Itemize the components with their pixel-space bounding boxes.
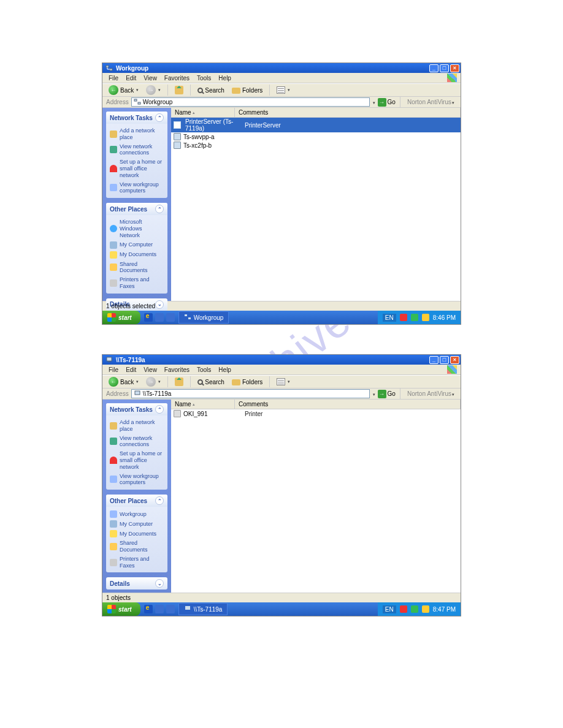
- link-workgroup-computers[interactable]: View workgroup computers: [110, 180, 164, 196]
- language-indicator[interactable]: EN: [383, 605, 396, 613]
- collapse-icon[interactable]: ⌃: [155, 205, 164, 213]
- link-workgroup[interactable]: Workgroup: [110, 509, 164, 519]
- menu-tools[interactable]: Tools: [193, 366, 215, 373]
- link-workgroup-computers[interactable]: View workgroup computers: [110, 472, 164, 488]
- tray-icon[interactable]: [422, 605, 429, 613]
- language-indicator[interactable]: EN: [383, 314, 396, 322]
- tray-icon[interactable]: [411, 314, 418, 321]
- link-add-network-place[interactable]: Add a network place: [110, 126, 164, 142]
- go-button[interactable]: →Go: [378, 98, 396, 107]
- titlebar[interactable]: Workgroup _ □ ×: [102, 63, 461, 73]
- views-button[interactable]: [274, 377, 293, 386]
- column-name[interactable]: Name: [171, 108, 235, 117]
- quick-launch-icon[interactable]: [155, 313, 164, 322]
- system-tray: EN 8:46 PM: [378, 311, 461, 324]
- link-view-connections[interactable]: View network connections: [110, 142, 164, 158]
- menu-help[interactable]: Help: [215, 75, 235, 82]
- collapse-icon[interactable]: ⌃: [155, 113, 164, 122]
- link-printers-faxes[interactable]: Printers and Faxes: [110, 555, 164, 571]
- link-setup-network[interactable]: Set up a home or small office network: [110, 157, 164, 180]
- search-button[interactable]: Search: [195, 378, 227, 386]
- link-my-documents[interactable]: My Documents: [110, 250, 164, 260]
- clock[interactable]: 8:47 PM: [433, 606, 456, 613]
- list-item[interactable]: PrinterServer (Ts-7119a) PrinterServer: [171, 118, 461, 132]
- maximize-button[interactable]: □: [440, 356, 449, 364]
- taskbar-item[interactable]: Workgroup: [178, 311, 229, 324]
- panel-header[interactable]: Details⌄: [106, 577, 167, 590]
- tray-icon[interactable]: [411, 605, 418, 613]
- start-button[interactable]: start: [102, 311, 140, 324]
- link-my-documents[interactable]: My Documents: [110, 529, 164, 539]
- menu-view[interactable]: View: [140, 366, 161, 373]
- folders-button[interactable]: Folders: [229, 377, 265, 386]
- link-printers-faxes[interactable]: Printers and Faxes: [110, 275, 164, 291]
- column-comments[interactable]: Comments: [235, 400, 461, 409]
- expand-icon[interactable]: ⌄: [155, 300, 164, 309]
- menu-view[interactable]: View: [140, 75, 161, 82]
- forward-button[interactable]: →: [144, 376, 163, 387]
- column-comments[interactable]: Comments: [235, 108, 461, 117]
- minimize-button[interactable]: _: [429, 356, 439, 364]
- start-button[interactable]: start: [102, 602, 140, 616]
- menu-edit[interactable]: Edit: [122, 75, 140, 82]
- quick-launch-icon[interactable]: [155, 605, 164, 613]
- minimize-button[interactable]: _: [429, 64, 439, 72]
- taskbar-item[interactable]: \\Ts-7119a: [178, 603, 228, 615]
- views-button[interactable]: [274, 86, 293, 94]
- menu-favorites[interactable]: Favorites: [161, 75, 193, 82]
- search-button[interactable]: Search: [195, 86, 227, 94]
- folders-button[interactable]: Folders: [229, 86, 265, 94]
- up-button[interactable]: [172, 377, 186, 387]
- list-item[interactable]: OKI_991 Printer: [171, 409, 461, 418]
- collapse-icon[interactable]: ⌃: [155, 496, 164, 505]
- quick-launch-icon[interactable]: [166, 605, 175, 613]
- link-my-computer[interactable]: My Computer: [110, 240, 164, 250]
- address-field[interactable]: \\Ts-7119a: [131, 389, 370, 398]
- ie-icon[interactable]: [144, 605, 153, 613]
- maximize-button[interactable]: □: [440, 64, 449, 72]
- close-button[interactable]: ×: [450, 356, 459, 364]
- windows-logo-icon: [107, 313, 116, 322]
- link-setup-network[interactable]: Set up a home or small office network: [110, 449, 164, 471]
- computer-icon: [174, 142, 181, 149]
- back-button[interactable]: ←Back: [106, 376, 141, 387]
- address-field[interactable]: Workgroup: [131, 97, 370, 107]
- panel-header[interactable]: Network Tasks⌃: [106, 403, 167, 415]
- link-shared-documents[interactable]: Shared Documents: [110, 539, 164, 555]
- menu-help[interactable]: Help: [215, 366, 235, 373]
- link-my-computer[interactable]: My Computer: [110, 519, 164, 529]
- norton-antivirus[interactable]: Norton AntiVirus: [405, 390, 457, 397]
- panel-header[interactable]: Other Places⌃: [106, 203, 167, 215]
- list-item[interactable]: Ts-swvpp-a: [171, 132, 461, 141]
- ie-icon[interactable]: [144, 313, 153, 322]
- back-button[interactable]: ←Back: [106, 85, 141, 96]
- menu-file[interactable]: File: [105, 75, 122, 82]
- link-ms-network[interactable]: Microsoft Windows Network: [110, 218, 164, 240]
- norton-antivirus[interactable]: Norton AntiVirus: [405, 99, 457, 105]
- tray-icon[interactable]: [400, 605, 407, 613]
- quick-launch-icon[interactable]: [166, 313, 175, 322]
- link-shared-documents[interactable]: Shared Documents: [110, 260, 164, 276]
- expand-icon[interactable]: ⌄: [155, 579, 164, 588]
- list-item[interactable]: Ts-xc2fp-b: [171, 141, 461, 150]
- menu-edit[interactable]: Edit: [122, 366, 140, 373]
- menu-file[interactable]: File: [105, 366, 122, 373]
- clock[interactable]: 8:46 PM: [433, 314, 456, 321]
- tray-icon[interactable]: [400, 314, 407, 321]
- menu-tools[interactable]: Tools: [193, 75, 215, 82]
- link-view-connections[interactable]: View network connections: [110, 434, 164, 450]
- panel-header[interactable]: Network Tasks⌃: [106, 112, 167, 124]
- close-button[interactable]: ×: [450, 64, 459, 72]
- go-button[interactable]: →Go: [378, 390, 396, 398]
- collapse-icon[interactable]: ⌃: [155, 405, 164, 414]
- address-dropdown[interactable]: [372, 390, 375, 397]
- up-button[interactable]: [172, 85, 186, 95]
- link-add-network-place[interactable]: Add a network place: [110, 418, 164, 434]
- menu-favorites[interactable]: Favorites: [161, 366, 193, 373]
- column-name[interactable]: Name: [171, 400, 235, 409]
- titlebar[interactable]: \\Ts-7119a _ □ ×: [102, 355, 461, 365]
- tray-icon[interactable]: [422, 314, 429, 321]
- panel-header[interactable]: Other Places⌃: [106, 495, 167, 507]
- address-dropdown[interactable]: [372, 99, 375, 105]
- forward-button[interactable]: →: [144, 85, 163, 96]
